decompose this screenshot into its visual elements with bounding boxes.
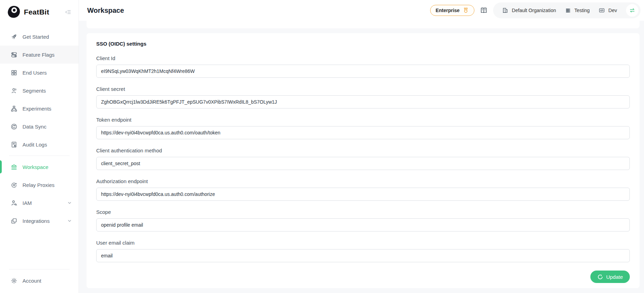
- update-arrow-icon: [597, 274, 603, 280]
- relay-icon: [10, 181, 17, 188]
- grid-icon: [10, 69, 17, 76]
- sso-form: Client IdClient secretToken endpointClie…: [96, 55, 630, 262]
- sitemap-icon: [10, 105, 17, 112]
- field-label: Client Id: [96, 55, 630, 61]
- sidebar-item-label: Experiments: [22, 106, 51, 112]
- sidebar-item-label: IAM: [22, 200, 32, 206]
- sidebar-nav: Get StartedFeature FlagsEnd UsersSegment…: [0, 28, 79, 267]
- audit-icon: [10, 141, 17, 148]
- sidebar-item-account[interactable]: Account: [0, 272, 79, 290]
- form-actions: Update: [96, 271, 630, 283]
- collapse-sidebar-icon[interactable]: [65, 9, 72, 16]
- form-group: Client Id: [96, 55, 630, 78]
- project-icon: [565, 8, 571, 13]
- sidebar-item-experiments[interactable]: Experiments: [0, 100, 79, 117]
- sidebar-item-integrations[interactable]: Integrations: [0, 212, 79, 230]
- environment-switcher: Default Organization Testing Dev: [493, 2, 641, 18]
- form-group: Client authentication method: [96, 148, 630, 170]
- sidebar-item-label: Account: [22, 278, 41, 284]
- field-label: Scope: [96, 209, 630, 215]
- sso-settings-card: SSO (OIDC) settings Client IdClient secr…: [87, 33, 640, 288]
- sidebar: FeatBit Get StartedFeature FlagsEnd User…: [0, 0, 79, 293]
- sidebar-item-label: Get Started: [22, 34, 49, 40]
- form-group: User email claim: [96, 240, 630, 262]
- bank-icon: [10, 163, 17, 170]
- form-group: Token endpoint: [96, 117, 630, 139]
- sidebar-item-relay-proxies[interactable]: Relay Proxies: [0, 176, 79, 194]
- sync-icon: [10, 123, 17, 130]
- sidebar-item-feature-flags[interactable]: Feature Flags: [0, 46, 79, 64]
- org-name: Default Organization: [512, 8, 556, 13]
- logo-row: FeatBit: [0, 0, 79, 24]
- field-label: Client authentication method: [96, 148, 630, 153]
- update-button[interactable]: Update: [590, 271, 630, 283]
- form-group: Authorization endpoint: [96, 178, 630, 201]
- sidebar-item-end-users[interactable]: End Users: [0, 64, 79, 82]
- featbit-logo-icon: [7, 5, 21, 19]
- header-right: Enterprise Default Organization Testing: [430, 2, 641, 18]
- code-environment-icon: [599, 7, 605, 13]
- switch-environment-icon[interactable]: [626, 4, 638, 17]
- gear-icon: [10, 277, 17, 284]
- user-icon: [10, 87, 17, 94]
- content-area: SSO (OIDC) settings Client IdClient secr…: [79, 21, 644, 293]
- toggles-icon: [10, 51, 17, 58]
- form-group: Client secret: [96, 86, 630, 108]
- sidebar-item-data-sync[interactable]: Data Sync: [0, 117, 79, 135]
- field-input[interactable]: [96, 188, 630, 201]
- sidebar-item-workspace[interactable]: Workspace: [0, 158, 79, 176]
- docs-book-icon[interactable]: [480, 7, 488, 14]
- project-name: Testing: [574, 8, 590, 13]
- sidebar-item-iam[interactable]: IAM: [0, 194, 79, 212]
- field-label: Token endpoint: [96, 117, 630, 123]
- section-title: SSO (OIDC) settings: [96, 41, 630, 47]
- page-title: Workspace: [87, 7, 124, 15]
- rocket-icon: [10, 33, 17, 40]
- sidebar-item-label: Feature Flags: [22, 52, 55, 58]
- integrations-icon: [10, 217, 17, 224]
- sidebar-item-label: Integrations: [22, 218, 49, 224]
- sidebar-item-label: Workspace: [22, 164, 48, 170]
- update-button-label: Update: [606, 274, 623, 280]
- organization-icon: [502, 7, 508, 13]
- field-label: Authorization endpoint: [96, 178, 630, 184]
- field-label: User email claim: [96, 240, 630, 246]
- org-selector[interactable]: Default Organization: [502, 7, 556, 13]
- main-column: Workspace Enterprise Default Organizatio…: [79, 0, 644, 293]
- field-input[interactable]: [96, 95, 630, 108]
- field-input[interactable]: [96, 157, 630, 170]
- header: Workspace Enterprise Default Organizatio…: [79, 0, 644, 21]
- chevron-down-icon: [67, 201, 72, 205]
- chevron-down-icon: [67, 219, 72, 223]
- app-root: FeatBit Get StartedFeature FlagsEnd User…: [0, 0, 644, 293]
- brand-name: FeatBit: [24, 8, 65, 16]
- sidebar-item-audit-logs[interactable]: Audit Logs: [0, 135, 79, 153]
- project-selector[interactable]: Testing: [565, 8, 590, 13]
- environment-name: Dev: [608, 8, 617, 13]
- field-input[interactable]: [96, 218, 630, 231]
- sidebar-item-label: Data Sync: [22, 124, 46, 130]
- field-input[interactable]: [96, 126, 630, 139]
- previous-card-sliver: [87, 21, 640, 28]
- sidebar-item-label: Segments: [22, 88, 46, 94]
- sidebar-item-label: Relay Proxies: [22, 182, 55, 188]
- iam-icon: [10, 199, 17, 206]
- plan-badge[interactable]: Enterprise: [430, 5, 474, 16]
- environment-selector[interactable]: Dev: [599, 7, 617, 13]
- sidebar-item-label: Audit Logs: [22, 142, 47, 148]
- sidebar-item-label: End Users: [22, 70, 47, 76]
- plan-badge-label: Enterprise: [436, 8, 460, 13]
- sidebar-divider: [9, 269, 70, 270]
- field-input[interactable]: [96, 65, 630, 78]
- sidebar-item-get-started[interactable]: Get Started: [0, 28, 79, 46]
- sidebar-divider: [9, 155, 70, 156]
- form-group: Scope: [96, 209, 630, 231]
- field-input[interactable]: [96, 249, 630, 262]
- field-label: Client secret: [96, 86, 630, 92]
- sidebar-item-segments[interactable]: Segments: [0, 82, 79, 100]
- sidebar-footer: Account: [0, 267, 79, 293]
- medal-icon: [463, 7, 469, 13]
